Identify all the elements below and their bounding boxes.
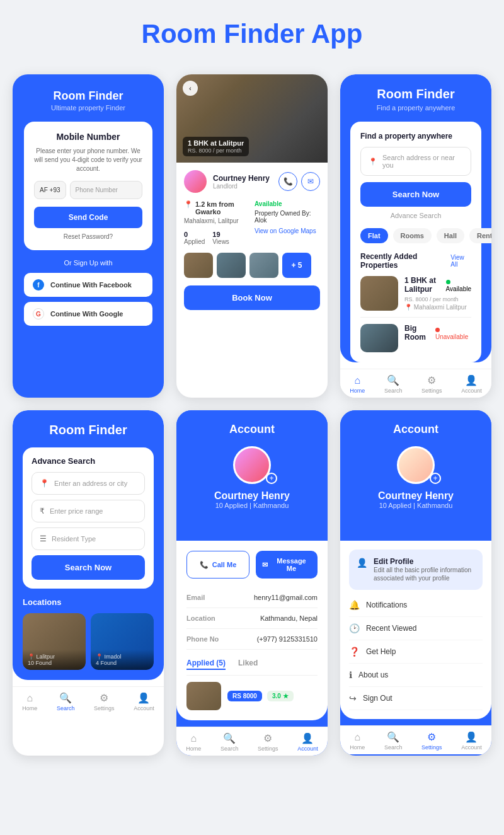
google-login-button[interactable]: G Continue With Google bbox=[24, 302, 152, 326]
prop1-price: RS. 8000 / per month bbox=[404, 295, 471, 302]
thumbnail-1[interactable] bbox=[184, 253, 213, 278]
filter-flat[interactable]: Flat bbox=[360, 228, 388, 243]
filter-hall[interactable]: Hall bbox=[437, 228, 464, 243]
locations-title: Locations bbox=[23, 597, 154, 607]
nav4-home[interactable]: ⌂ Home bbox=[22, 693, 37, 711]
address-input[interactable]: 📍 Enter an address or city bbox=[32, 472, 145, 495]
settings-icon-6: ⚙ bbox=[427, 731, 436, 743]
reset-password-link[interactable]: Reset Password? bbox=[34, 233, 142, 240]
search-icon-4: 🔍 bbox=[59, 692, 72, 704]
about-us-menu-item[interactable]: ℹ About us bbox=[349, 664, 483, 687]
card-description: Please enter your phone number. We will … bbox=[34, 147, 142, 173]
landlord-name: Courtney Henry bbox=[213, 174, 270, 183]
title-highlight: App bbox=[311, 19, 363, 49]
get-help-menu-item[interactable]: ❓ Get Help bbox=[349, 640, 483, 664]
search-card: Find a property anywhere 📍 Search addres… bbox=[350, 122, 481, 362]
message-me-button[interactable]: ✉ Message Me bbox=[256, 551, 318, 579]
search-icon: 🔍 bbox=[387, 374, 399, 386]
property-location: Mahalaxmi, Lalitpur bbox=[184, 217, 249, 226]
nav5-settings[interactable]: ⚙ Settings bbox=[258, 732, 278, 752]
price-input[interactable]: ₹ Enter price range bbox=[32, 500, 145, 522]
adv-search-button[interactable]: Search Now bbox=[32, 555, 145, 580]
recent-viewed-menu-item[interactable]: 🕑 Recent Viewed bbox=[349, 617, 483, 640]
loc-pin-icon2: 📍 Imadol bbox=[96, 654, 149, 660]
search-label: Find a property anywhere bbox=[360, 132, 471, 141]
nav-search[interactable]: 🔍 Search bbox=[384, 374, 403, 394]
property-detail-screen: ‹ 1 BHK at Lalitpur RS. 8000 / per month… bbox=[176, 74, 328, 398]
send-code-button[interactable]: Send Code bbox=[34, 207, 142, 228]
home-icon-6: ⌂ bbox=[354, 732, 360, 743]
message-icon: ✉ bbox=[262, 561, 268, 569]
filter-rent[interactable]: Rent bbox=[469, 228, 491, 243]
facebook-login-button[interactable]: f Continue With Facebook bbox=[24, 273, 152, 297]
nav6-account[interactable]: 👤 Account bbox=[461, 731, 482, 751]
nav6-settings[interactable]: ⚙ Settings bbox=[421, 731, 442, 751]
location-lalitpur[interactable]: 📍 Lalitpur 10 Found bbox=[23, 613, 86, 670]
search-input[interactable]: 📍 Search address or near you bbox=[360, 147, 471, 176]
thumbnail-2[interactable] bbox=[217, 253, 246, 278]
landlord-role: Landlord bbox=[213, 183, 270, 190]
profile-tabs: Applied (5) Liked bbox=[186, 659, 318, 676]
phone-row: Phone No (+977) 9125331510 bbox=[186, 629, 318, 650]
notifications-menu-item[interactable]: 🔔 Notifications bbox=[349, 594, 483, 617]
screen4-title: Room Finder bbox=[23, 423, 154, 437]
back-button[interactable]: ‹ bbox=[183, 81, 198, 96]
view-all-link[interactable]: View All bbox=[450, 254, 471, 268]
type-icon: ☰ bbox=[40, 534, 47, 543]
email-row: Email henry11@gmail.com bbox=[186, 587, 318, 608]
bottom-navigation-4: ⌂ Home 🔍 Search ⚙ Settings 👤 Account bbox=[13, 686, 164, 715]
advance-search-link[interactable]: Advance Search bbox=[360, 212, 471, 219]
message-landlord-button[interactable]: ✉ bbox=[301, 172, 320, 191]
book-now-button[interactable]: Book Now bbox=[184, 285, 320, 310]
nav5-home[interactable]: ⌂ Home bbox=[186, 733, 201, 752]
landlord-avatar bbox=[184, 170, 207, 193]
nav5-search[interactable]: 🔍 Search bbox=[220, 732, 239, 752]
search-button[interactable]: Search Now bbox=[360, 182, 471, 207]
room-finder-screen: Room Finder Find a property anywhere Fin… bbox=[340, 74, 491, 398]
location-imadol[interactable]: 📍 Imadol 4 Found bbox=[91, 613, 154, 670]
country-code-selector[interactable]: AF +93 bbox=[34, 181, 66, 199]
account-icon: 👤 bbox=[465, 374, 478, 386]
filter-rooms[interactable]: Rooms bbox=[393, 228, 432, 243]
location-icon: 📍 bbox=[369, 158, 377, 166]
sign-out-menu-item[interactable]: ↪ Sign Out bbox=[349, 687, 483, 710]
property-name: 1 BHK at Lalitpur bbox=[188, 139, 244, 147]
account-menu-screen: Account + Courtney Henry 10 Applied | Ka… bbox=[340, 410, 491, 756]
location-pin-icon: 📍 bbox=[40, 479, 49, 488]
home-icon: ⌂ bbox=[354, 375, 360, 386]
property-item-1: 1 BHK at Lalitpur Available RS. 8000 / p… bbox=[360, 276, 471, 318]
applied-property-item: RS 8000 3.0 ★ bbox=[186, 682, 318, 710]
app-logo-title: Room Finder bbox=[24, 89, 152, 103]
phone-number-input[interactable]: Phone Number bbox=[70, 181, 142, 199]
call-landlord-button[interactable]: 📞 bbox=[278, 172, 297, 191]
applied-tab[interactable]: Applied (5) bbox=[186, 659, 226, 670]
thumbnail-3[interactable] bbox=[249, 253, 278, 278]
applied-stat: 0 Applied bbox=[184, 231, 205, 245]
nav4-search[interactable]: 🔍 Search bbox=[57, 692, 75, 711]
account-icon-6: 👤 bbox=[465, 731, 478, 743]
more-photos-button[interactable]: + 5 bbox=[282, 253, 311, 278]
sign-out-icon: ↪ bbox=[349, 693, 357, 703]
nav-account[interactable]: 👤 Account bbox=[461, 374, 482, 394]
call-me-button[interactable]: 📞 Call Me bbox=[186, 551, 249, 579]
account-icon-4: 👤 bbox=[137, 692, 150, 704]
edit-profile-description: Edit all the basic profile information a… bbox=[374, 566, 475, 582]
liked-tab[interactable]: Liked bbox=[238, 659, 258, 670]
google-maps-link[interactable]: View on Google Maps bbox=[255, 227, 320, 234]
nav4-account[interactable]: 👤 Account bbox=[134, 692, 154, 711]
prop2-thumbnail bbox=[360, 324, 398, 352]
edit-profile-card[interactable]: 👤 Edit Profile Edit all the basic profil… bbox=[349, 550, 483, 590]
nav-settings[interactable]: ⚙ Settings bbox=[421, 374, 442, 394]
avatar-edit-button[interactable]: + bbox=[266, 473, 277, 484]
nav4-settings[interactable]: ⚙ Settings bbox=[94, 692, 115, 711]
property-owner: Property Owned By: Alok bbox=[255, 210, 320, 224]
advance-search-card: Advance Search 📍 Enter an address or cit… bbox=[23, 447, 154, 589]
nav6-home[interactable]: ⌂ Home bbox=[350, 732, 365, 751]
nav-home[interactable]: ⌂ Home bbox=[350, 375, 365, 394]
google-icon: G bbox=[33, 308, 44, 320]
page-title: Room Finder App bbox=[13, 19, 491, 49]
nav6-search[interactable]: 🔍 Search bbox=[384, 731, 403, 751]
resident-type-input[interactable]: ☰ Resident Type bbox=[32, 527, 145, 550]
avatar-edit-btn-6[interactable]: + bbox=[430, 473, 441, 484]
nav5-account[interactable]: 👤 Account bbox=[297, 732, 318, 752]
